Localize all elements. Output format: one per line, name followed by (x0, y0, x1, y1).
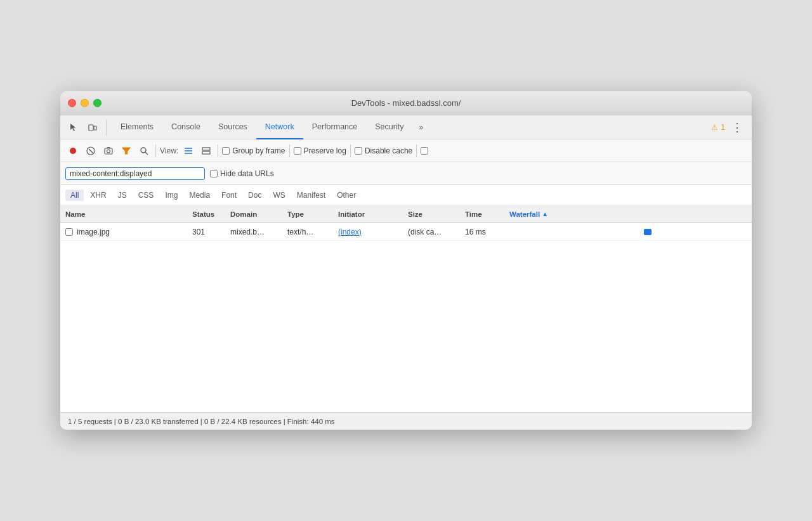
filter-xhr-button[interactable]: XHR (85, 190, 111, 201)
th-time[interactable]: Time (465, 210, 509, 218)
separator-5 (416, 145, 417, 157)
warning-count: 1 (721, 123, 725, 132)
offline-checkbox[interactable] (421, 147, 428, 155)
tab-overflow[interactable]: » (415, 115, 427, 139)
tabs-bar: Elements Console Sources Network Perform… (60, 115, 752, 139)
td-domain: mixed.b… (230, 228, 287, 236)
filter-ws-button[interactable]: WS (268, 190, 290, 201)
group-by-frame-checkbox[interactable] (222, 147, 230, 155)
row-checkbox[interactable] (65, 228, 73, 236)
tab-elements[interactable]: Elements (112, 115, 162, 139)
table-header: Name Status Domain Type Initiator Size T… (60, 205, 752, 223)
close-button[interactable] (68, 99, 76, 107)
svg-line-9 (145, 152, 148, 155)
filter-input[interactable] (65, 167, 205, 180)
initiator-link[interactable]: (index) (338, 228, 362, 236)
filter-img-button[interactable]: Img (160, 190, 183, 201)
td-time: 16 ms (465, 228, 509, 236)
preserve-log-label: Preserve log (294, 146, 346, 155)
svg-marker-7 (122, 148, 130, 154)
maximize-button[interactable] (93, 99, 102, 107)
th-type[interactable]: Type (287, 210, 338, 218)
tab-security[interactable]: Security (366, 115, 412, 139)
disable-cache-checkbox[interactable] (355, 147, 362, 155)
search-button[interactable] (136, 143, 152, 158)
view-list-button[interactable] (181, 143, 196, 158)
warning-icon: ⚠ (711, 123, 718, 132)
traffic-lights (68, 99, 102, 107)
separator-2 (218, 145, 218, 157)
title-bar: DevTools - mixed.badssl.com/ (60, 91, 752, 115)
status-bar: 1 / 5 requests | 0 B / 23.0 KB transferr… (60, 412, 752, 430)
minimize-button[interactable] (81, 99, 89, 107)
filter-js-button[interactable]: JS (113, 190, 132, 201)
th-initiator[interactable]: Initiator (338, 210, 408, 218)
filter-css-button[interactable]: CSS (133, 190, 159, 201)
devtools-icons (65, 119, 107, 136)
network-toolbar: View: Group by frame Preserve log (60, 139, 752, 162)
warning-badge[interactable]: ⚠ 1 (711, 123, 725, 132)
svg-point-8 (141, 148, 146, 153)
filter-manifest-button[interactable]: Manifest (292, 190, 331, 201)
clear-button[interactable] (83, 143, 98, 158)
record-button[interactable] (65, 143, 81, 158)
tab-performance[interactable]: Performance (303, 115, 367, 139)
hide-data-urls-group: Hide data URLs (210, 169, 274, 178)
tab-network[interactable]: Network (256, 115, 303, 139)
capture-screenshots-button[interactable] (101, 143, 116, 158)
filter-doc-button[interactable]: Doc (243, 190, 266, 201)
sort-arrow-icon: ▲ (542, 210, 548, 217)
th-status[interactable]: Status (192, 210, 230, 218)
separator-4 (350, 145, 351, 157)
devtools-window: DevTools - mixed.badssl.com/ Elements Co… (60, 91, 752, 430)
svg-rect-13 (202, 148, 210, 150)
empty-table-space (60, 241, 752, 412)
td-waterfall (509, 223, 747, 241)
th-waterfall[interactable]: Waterfall ▲ (509, 210, 747, 218)
th-size[interactable]: Size (408, 210, 465, 218)
hide-data-urls-checkbox[interactable] (210, 170, 218, 177)
filter-all-button[interactable]: All (65, 190, 84, 201)
svg-point-2 (70, 148, 76, 154)
separator-3 (289, 145, 290, 157)
table-body: image.jpg 301 mixed.b… text/h… (index) (… (60, 223, 752, 412)
filter-button[interactable] (119, 143, 134, 158)
view-label: View: (160, 146, 178, 155)
waterfall-bar (644, 229, 652, 235)
table-row[interactable]: image.jpg 301 mixed.b… text/h… (index) (… (60, 223, 752, 241)
filter-type-bar: All XHR JS CSS Img Media Font Doc WS Man… (60, 185, 752, 205)
device-toolbar-icon[interactable] (84, 119, 101, 136)
disable-cache-label: Disable cache (355, 146, 412, 155)
svg-line-4 (89, 149, 93, 153)
td-initiator: (index) (338, 228, 408, 236)
svg-rect-1 (94, 126, 96, 130)
th-name[interactable]: Name (65, 210, 192, 218)
separator-1 (155, 145, 156, 157)
group-by-frame-label: Group by frame (222, 146, 285, 155)
svg-rect-0 (89, 125, 93, 131)
filter-media-button[interactable]: Media (184, 190, 215, 201)
preserve-log-checkbox[interactable] (294, 147, 301, 155)
svg-point-6 (107, 150, 110, 153)
tab-right-actions: ⚠ 1 ⋮ (711, 120, 747, 134)
tab-console[interactable]: Console (162, 115, 209, 139)
offline-label (421, 147, 428, 155)
filter-other-button[interactable]: Other (332, 190, 361, 201)
filter-font-button[interactable]: Font (216, 190, 242, 201)
td-status: 301 (192, 228, 230, 236)
more-options-button[interactable]: ⋮ (728, 120, 747, 134)
status-text: 1 / 5 requests | 0 B / 23.0 KB transferr… (68, 418, 335, 425)
cursor-icon[interactable] (65, 119, 82, 136)
td-size: (disk ca… (408, 228, 465, 236)
svg-rect-5 (105, 148, 112, 154)
filter-bar: Hide data URLs (60, 162, 752, 185)
td-type: text/h… (287, 228, 338, 236)
svg-rect-14 (202, 151, 210, 154)
tab-sources[interactable]: Sources (209, 115, 256, 139)
td-name: image.jpg (65, 228, 192, 236)
th-domain[interactable]: Domain (230, 210, 287, 218)
view-large-button[interactable] (199, 143, 214, 158)
waterfall-bar-container (509, 223, 747, 241)
window-title: DevTools - mixed.badssl.com/ (351, 98, 461, 108)
